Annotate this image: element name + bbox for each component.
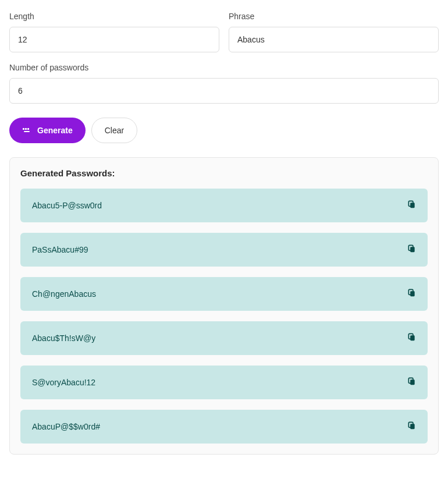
password-icon: [22, 126, 31, 135]
svg-rect-0: [23, 128, 24, 130]
phrase-field-container: Phrase: [229, 12, 439, 52]
copy-icon: [407, 244, 416, 255]
password-text: Abacu$Th!sW@y: [32, 334, 95, 343]
svg-rect-2: [27, 128, 29, 130]
generate-button[interactable]: Generate: [9, 118, 86, 143]
count-label: Number of passwords: [9, 63, 439, 72]
password-item: PaSsAbacu#99: [20, 233, 428, 267]
password-text: Abacu5-P@ssw0rd: [32, 201, 102, 210]
copy-button[interactable]: [407, 244, 416, 255]
copy-button[interactable]: [407, 200, 416, 211]
password-item: Ch@ngenAbacus: [20, 277, 428, 311]
svg-rect-15: [410, 424, 415, 429]
svg-rect-3: [24, 131, 30, 132]
svg-rect-13: [410, 379, 415, 385]
password-list: Abacu5-P@ssw0rdPaSsAbacu#99Ch@ngenAbacus…: [20, 189, 428, 444]
password-text: PaSsAbacu#99: [32, 245, 88, 254]
copy-icon: [407, 200, 416, 211]
length-label: Length: [9, 12, 219, 21]
copy-button[interactable]: [407, 421, 416, 432]
copy-button[interactable]: [407, 377, 416, 388]
results-title: Generated Passwords:: [20, 168, 428, 178]
phrase-label: Phrase: [229, 12, 439, 21]
svg-rect-7: [410, 247, 415, 252]
svg-rect-11: [410, 335, 415, 340]
copy-icon: [407, 421, 416, 432]
svg-rect-1: [25, 128, 27, 130]
length-field-container: Length: [9, 12, 219, 52]
password-item: Abacu$Th!sW@y: [20, 321, 428, 355]
password-text: S@voryAbacu!12: [32, 378, 95, 387]
password-item: AbacuP@$$w0rd#: [20, 410, 428, 444]
count-input[interactable]: [9, 78, 439, 104]
password-item: S@voryAbacu!12: [20, 366, 428, 399]
length-input[interactable]: [9, 27, 219, 52]
svg-rect-9: [410, 291, 415, 296]
phrase-input[interactable]: [229, 27, 439, 52]
copy-button[interactable]: [407, 333, 416, 343]
clear-button[interactable]: Clear: [91, 118, 137, 143]
copy-icon: [407, 333, 416, 343]
svg-rect-5: [410, 203, 415, 208]
generate-button-label: Generate: [37, 126, 73, 135]
count-field-container: Number of passwords: [9, 63, 439, 104]
copy-button[interactable]: [407, 289, 416, 299]
copy-icon: [407, 289, 416, 299]
copy-icon: [407, 377, 416, 388]
password-text: Ch@ngenAbacus: [32, 289, 96, 299]
password-text: AbacuP@$$w0rd#: [32, 422, 100, 431]
clear-button-label: Clear: [105, 126, 124, 135]
results-panel: Generated Passwords: Abacu5-P@ssw0rdPaSs…: [9, 157, 439, 455]
password-item: Abacu5-P@ssw0rd: [20, 189, 428, 222]
